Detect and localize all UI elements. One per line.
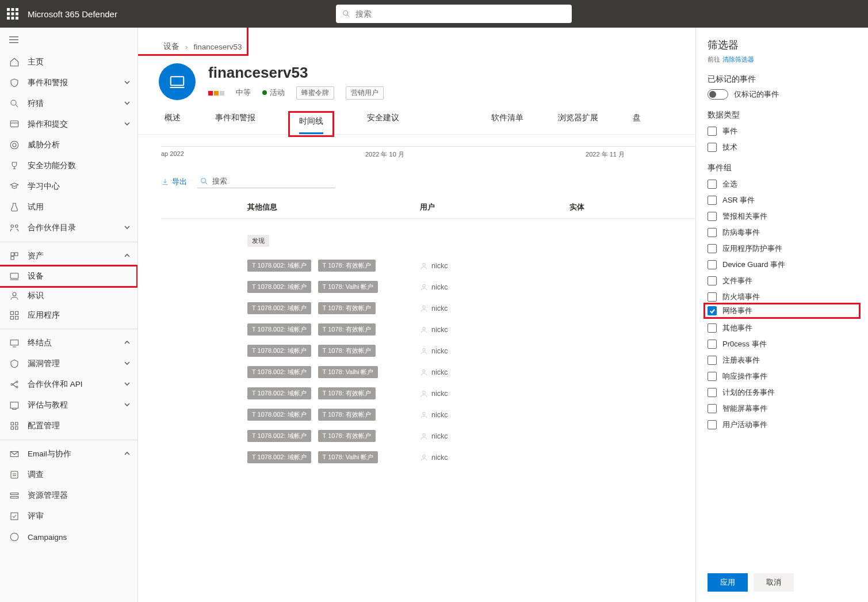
svg-rect-43 [16, 427, 18, 430]
svg-rect-31 [16, 317, 18, 319]
user-icon [420, 454, 428, 462]
cb-schtask[interactable] [708, 388, 717, 397]
apply-button[interactable]: 应用 [708, 573, 748, 592]
tutorials-icon [9, 400, 20, 410]
nav-home[interactable]: 主页 [0, 52, 137, 73]
nav-incidents[interactable]: 事件和警报 [0, 73, 137, 93]
cb-firewall[interactable] [708, 292, 717, 302]
cb-techniques[interactable] [708, 143, 717, 152]
tab-timeline[interactable]: 时间线 [299, 116, 323, 134]
nav-label: 评审 [28, 511, 44, 521]
svg-rect-7 [12, 17, 14, 20]
axis-label: 2022 年 10 月 [365, 150, 404, 159]
technique-tag: T 1078.002: 域帐户 [247, 387, 311, 399]
svg-rect-16 [10, 121, 18, 127]
nav-actions[interactable]: 操作和提交 [0, 114, 137, 135]
svg-rect-29 [16, 311, 18, 314]
cb-events[interactable] [708, 127, 717, 136]
nav-trial[interactable]: 试用 [0, 197, 137, 218]
nav-tutorials[interactable]: 评估与教程 [0, 395, 137, 416]
nav-devices[interactable]: 设备 [0, 266, 136, 286]
nav-secure-score[interactable]: 安全功能分数 [0, 155, 137, 176]
clear-prefix: 前往 [708, 56, 720, 63]
device-icon [9, 271, 20, 281]
nav-threat-analytics[interactable]: 威胁分析 [0, 135, 137, 155]
col-header-user[interactable]: 用户 [420, 202, 569, 212]
nav-label: 应用程序 [28, 310, 60, 321]
vuln-icon [9, 359, 20, 369]
nav-label: 学习中心 [28, 181, 60, 192]
cb-deviceguard[interactable] [708, 260, 717, 269]
nav-review[interactable]: 评审 [0, 506, 137, 527]
nav-learning[interactable]: 学习中心 [0, 176, 137, 197]
cb-smartscreen[interactable] [708, 404, 717, 413]
cb-response[interactable] [708, 372, 717, 381]
actions-icon [9, 119, 20, 129]
export-button[interactable]: 导出 [161, 177, 187, 187]
nav-label: Campaigns [28, 533, 67, 542]
cb-select-all[interactable] [708, 180, 717, 189]
cb-alert[interactable] [708, 212, 717, 221]
breadcrumb-root[interactable]: 设备 [163, 41, 179, 52]
nav-partner-catalog[interactable]: 合作伙伴目录 [0, 218, 137, 238]
cb-registry[interactable] [708, 356, 717, 365]
user-icon [420, 326, 428, 334]
device-avatar-icon [159, 63, 196, 100]
timeline-search[interactable]: 搜索 [197, 175, 335, 188]
tab-software[interactable]: 软件清单 [491, 113, 523, 134]
nav-identities[interactable]: 标识 [0, 286, 137, 306]
nav-email[interactable]: Email与协作 [0, 444, 137, 464]
tab-incidents[interactable]: 事件和警报 [215, 113, 255, 134]
nav-config[interactable]: 配置管理 [0, 416, 137, 436]
technique-tag: T 1078.002: 域帐户 [247, 451, 311, 463]
cb-asr[interactable] [708, 196, 717, 205]
nav-assets[interactable]: 资产 [0, 246, 137, 266]
global-search[interactable] [336, 5, 572, 23]
svg-point-19 [13, 143, 16, 147]
svg-point-60 [423, 263, 426, 266]
svg-point-66 [423, 391, 426, 394]
user-icon [420, 390, 428, 398]
cb-other[interactable] [708, 323, 717, 333]
cb-network[interactable] [708, 306, 717, 315]
nav-investigations[interactable]: 调查 [0, 464, 137, 485]
col-header-info[interactable]: 其他信息 [247, 202, 420, 212]
nav-label: Email与协作 [28, 449, 71, 459]
global-search-input[interactable] [355, 9, 566, 18]
device-title: financeserv53 [208, 64, 384, 82]
cb-useractivity[interactable] [708, 420, 717, 429]
waffle-icon[interactable] [7, 8, 18, 20]
device-tag[interactable]: 营销用户 [346, 86, 384, 100]
nav-explorer[interactable]: 资源管理器 [0, 485, 137, 506]
nav-endpoints[interactable]: 终结点 [0, 333, 137, 353]
cb-antivirus[interactable] [708, 228, 717, 237]
nav-vuln[interactable]: 漏洞管理 [0, 353, 137, 374]
nav-campaigns[interactable]: Campaigns [0, 527, 137, 547]
tab-disk[interactable]: 盘 [633, 113, 641, 134]
svg-line-15 [16, 105, 18, 107]
tab-recommendations[interactable]: 安全建议 [367, 113, 399, 134]
learning-icon [9, 181, 20, 192]
filter-clear: 前往清除筛选器 [708, 55, 856, 64]
tab-overview[interactable]: 概述 [165, 113, 181, 134]
technique-tag: T 1078.002: 域帐户 [247, 302, 311, 314]
shield-icon [9, 78, 20, 88]
nav-partner-api[interactable]: 合作伙伴和 API [0, 374, 137, 395]
cb-label: 技术 [722, 142, 737, 153]
email-icon [9, 449, 20, 459]
tab-extensions[interactable]: 浏览器扩展 [558, 113, 598, 134]
cb-appguard[interactable] [708, 244, 717, 253]
nav-hunting[interactable]: 狩猎 [0, 93, 137, 114]
user-name: nickc [431, 304, 448, 313]
device-tag[interactable]: 蜂蜜令牌 [296, 86, 334, 100]
nav-apps[interactable]: 应用程序 [0, 306, 137, 325]
cancel-button[interactable]: 取消 [754, 573, 794, 592]
cb-file[interactable] [708, 276, 717, 285]
nav-collapse-button[interactable] [0, 28, 137, 52]
technique-tag: T 1078: 有效帐户 [318, 345, 376, 357]
assets-icon [9, 251, 20, 261]
clear-filters-link[interactable]: 清除筛选器 [722, 56, 754, 63]
flagged-only-toggle[interactable] [708, 89, 728, 100]
svg-point-64 [423, 348, 426, 351]
cb-process[interactable] [708, 340, 717, 349]
